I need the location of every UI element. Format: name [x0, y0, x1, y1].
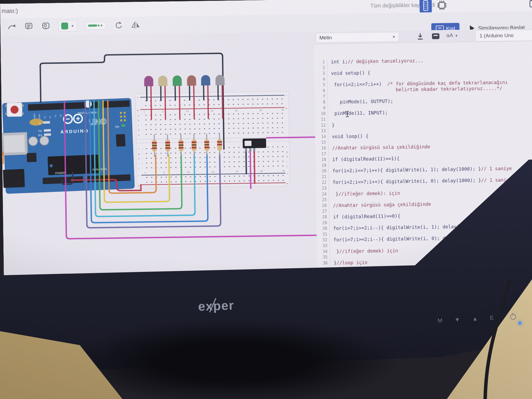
download-icon	[417, 33, 424, 40]
line-number: 1	[314, 59, 327, 65]
svg-text:30: 30	[282, 169, 285, 172]
svg-text:1: 1	[144, 171, 146, 174]
rotate-button[interactable]	[114, 21, 123, 30]
svg-text:−: −	[138, 174, 140, 177]
svg-text:i: i	[138, 162, 139, 165]
svg-text:j: j	[138, 167, 139, 170]
photo-of-monitor: ması:) Tüm değişiklikler kaydedildi	[0, 0, 532, 399]
line-number: 33	[317, 243, 330, 249]
svg-text:30: 30	[281, 109, 284, 111]
line-number: 5	[314, 82, 327, 88]
line-number: 24	[316, 191, 329, 197]
code-mode-select[interactable]: Metin ▼	[316, 32, 399, 43]
svg-text:i: i	[286, 160, 287, 163]
svg-text:ON: ON	[115, 125, 119, 128]
svg-text:5: 5	[163, 110, 164, 113]
wire-style-dropdown[interactable]: ▼	[85, 21, 106, 30]
svg-text:20: 20	[235, 109, 238, 112]
monitor-button[interactable]: ▼	[454, 316, 460, 323]
svg-text:GND: GND	[38, 114, 41, 119]
download-code-button[interactable]	[415, 32, 425, 41]
archive-icon	[432, 33, 440, 40]
chevron-down-icon: ▼	[455, 34, 458, 38]
line-number: 9	[315, 105, 328, 111]
breadboard-icon	[422, 0, 429, 11]
text-cursor	[346, 111, 349, 118]
svg-text:−: −	[285, 94, 287, 97]
line-number: 11	[315, 117, 328, 123]
library-button[interactable]	[431, 32, 440, 40]
line-number: 15	[315, 140, 328, 146]
power-led	[519, 322, 521, 324]
svg-text:25: 25	[260, 170, 263, 172]
monitor-stand-shadow	[66, 319, 399, 399]
chip-view-button[interactable]	[436, 0, 448, 11]
project-title[interactable]: ması:)	[2, 7, 18, 15]
monitor-button[interactable]: E	[490, 314, 494, 321]
chevron-down-icon: ▼	[100, 23, 103, 27]
svg-text:POWER: POWER	[55, 171, 65, 175]
breadboard[interactable]: − − − − + + + + a b c d	[136, 92, 290, 188]
monitor-button[interactable]: ▲	[472, 315, 478, 322]
line-number: 16	[315, 146, 329, 151]
line-number: 27	[316, 209, 329, 214]
svg-text:~10: ~10	[60, 114, 62, 118]
line-number: 26	[316, 203, 329, 209]
monitor-button[interactable]: M	[438, 317, 443, 324]
chevron-down-icon: ▼	[71, 24, 74, 28]
label-icon	[42, 22, 50, 30]
line-number: 32	[317, 237, 330, 243]
pushbutton[interactable]	[5, 103, 24, 117]
chip-icon	[437, 0, 447, 11]
svg-text:g: g	[286, 151, 288, 153]
mirror-button[interactable]	[131, 20, 140, 30]
svg-text:−: −	[137, 96, 139, 99]
line-number: 13	[315, 128, 328, 134]
line-number: 19	[315, 163, 329, 168]
line-number: 2	[314, 65, 327, 71]
line-number: 8	[315, 99, 328, 105]
svg-text:+: +	[137, 109, 139, 112]
notes-icon	[25, 22, 33, 30]
line-number: 14	[315, 134, 328, 140]
svg-text:−: −	[286, 172, 288, 175]
svg-text:b: b	[138, 119, 139, 122]
component-color-dropdown[interactable]: ▼	[58, 20, 77, 32]
svg-text:10: 10	[187, 171, 190, 173]
line-number: 25	[316, 197, 329, 203]
cropped-toolbar-icon[interactable]	[528, 0, 532, 10]
svg-text:L: L	[39, 122, 41, 125]
line-number: 28	[316, 214, 329, 220]
svg-text:25: 25	[259, 109, 262, 111]
monitor-brand: exper	[198, 298, 234, 314]
redo-button[interactable]	[7, 22, 16, 31]
svg-text:d: d	[138, 129, 139, 131]
components-panel-button[interactable]	[419, 0, 432, 13]
line-number: 17	[315, 151, 329, 157]
chip-icon	[528, 0, 532, 9]
chevron-down-icon: ▼	[392, 35, 396, 39]
svg-text:a: a	[138, 114, 139, 117]
notes-button[interactable]	[24, 22, 33, 31]
svg-text:15: 15	[211, 110, 213, 112]
svg-text:e: e	[138, 134, 139, 136]
svg-text:20: 20	[236, 170, 238, 173]
svg-text:g: g	[138, 153, 140, 155]
svg-text:+: +	[286, 182, 288, 185]
line-number: 31	[317, 232, 330, 238]
line-number: 7	[315, 94, 328, 99]
circuit-canvas[interactable]: − − − − + + + + a b c d	[1, 32, 318, 283]
svg-text:h: h	[286, 155, 288, 158]
svg-text:13: 13	[44, 116, 46, 119]
color-swatch-green	[61, 22, 68, 29]
svg-text:10: 10	[186, 110, 189, 113]
svg-text:h: h	[138, 157, 140, 160]
label-button[interactable]	[41, 22, 50, 31]
svg-text:TX: TX	[38, 129, 42, 133]
line-number: 3	[314, 71, 327, 77]
font-size-control[interactable]: aA ▼	[446, 32, 458, 39]
svg-text:12: 12	[49, 116, 51, 119]
svg-text:~11: ~11	[54, 115, 57, 118]
board-select[interactable]: 1 (Arduino Uno	[476, 29, 532, 41]
wire-style-sample	[88, 24, 97, 27]
